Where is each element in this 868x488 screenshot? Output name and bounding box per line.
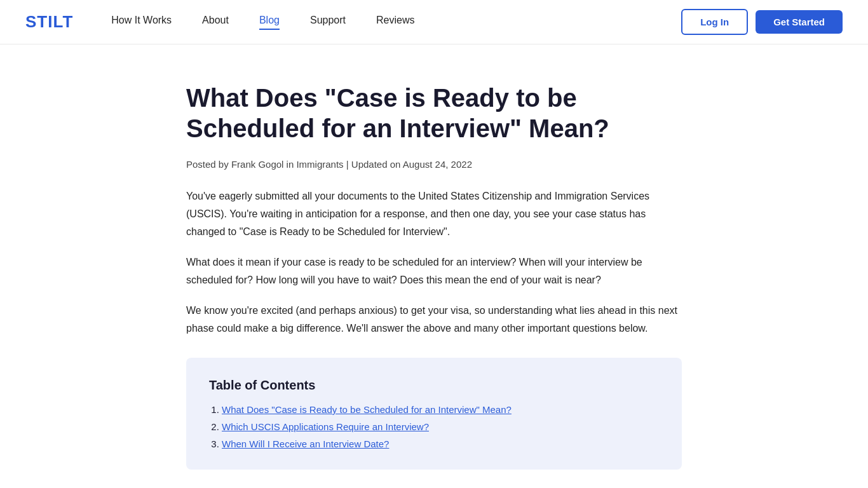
article-paragraph-3: We know you're excited (and perhaps anxi… [186,302,682,337]
article-title: What Does "Case is Ready to be Scheduled… [186,83,682,144]
article-paragraph-2: What does it mean if your case is ready … [186,254,682,289]
article-body: You've eagerly submitted all your docume… [186,187,682,337]
toc-title: Table of Contents [209,378,659,393]
site-logo[interactable]: STILT [25,12,73,32]
article-paragraph-1: You've eagerly submitted all your docume… [186,187,682,241]
main-content: What Does "Case is Ready to be Scheduled… [173,44,695,488]
nav-links: How It Works About Blog Support Reviews [111,15,681,30]
nav-actions: Log In Get Started [681,9,843,35]
nav-reviews[interactable]: Reviews [376,15,414,30]
nav-support[interactable]: Support [310,15,346,30]
nav-blog[interactable]: Blog [259,15,280,30]
list-item: When Will I Receive an Interview Date? [222,438,659,449]
login-button[interactable]: Log In [681,9,748,35]
toc-list: What Does "Case is Ready to be Scheduled… [209,404,659,449]
get-started-button[interactable]: Get Started [756,10,843,34]
navbar: STILT How It Works About Blog Support Re… [0,0,868,44]
nav-about[interactable]: About [202,15,229,30]
toc-link-3[interactable]: When Will I Receive an Interview Date? [222,438,389,449]
article-meta: Posted by Frank Gogol in Immigrants | Up… [186,159,682,170]
toc-link-2[interactable]: Which USCIS Applications Require an Inte… [222,421,429,432]
table-of-contents: Table of Contents What Does "Case is Rea… [186,358,682,470]
list-item: What Does "Case is Ready to be Scheduled… [222,404,659,415]
toc-link-1[interactable]: What Does "Case is Ready to be Scheduled… [222,404,512,415]
nav-how-it-works[interactable]: How It Works [111,15,172,30]
list-item: Which USCIS Applications Require an Inte… [222,421,659,432]
